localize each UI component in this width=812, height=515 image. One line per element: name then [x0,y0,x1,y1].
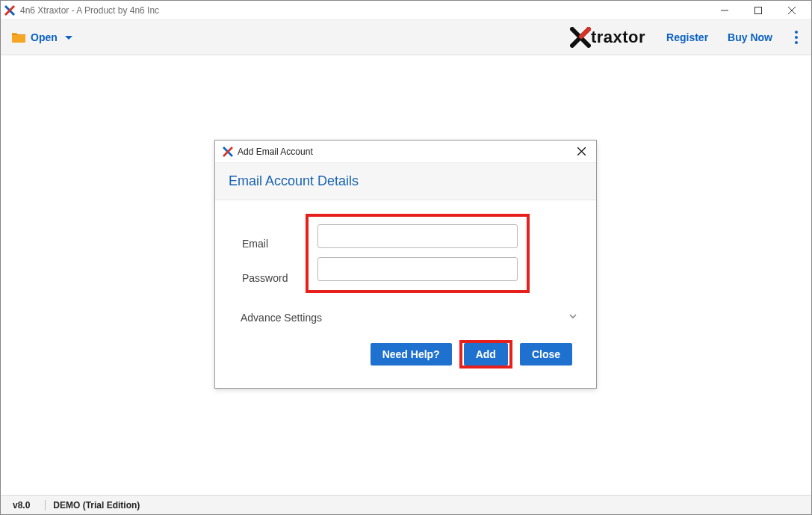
window-title: 4n6 Xtraxtor - A Product by 4n6 Inc [20,5,707,16]
close-button[interactable]: Close [520,343,572,366]
add-email-account-dialog: Add Email Account Email Account Details … [214,140,597,389]
minimize-button[interactable] [707,1,741,20]
dialog-titlebar: Add Email Account [215,141,596,163]
app-icon [4,4,16,16]
titlebar: 4n6 Xtraxtor - A Product by 4n6 Inc [1,1,811,20]
app-logo: traxtor [570,27,645,48]
close-window-button[interactable] [775,1,808,20]
window-controls [707,1,808,20]
password-field[interactable] [317,257,518,281]
need-help-button[interactable]: Need Help? [371,343,452,366]
add-button[interactable]: Add [464,343,508,366]
open-label: Open [31,31,58,43]
credentials-form: Email Password [229,214,583,293]
add-button-highlight: Add [459,340,512,368]
chevron-down-icon [568,311,578,324]
dialog-body: Email Password Advance Settings [215,200,596,388]
caret-down-icon [65,36,72,40]
advance-settings-toggle[interactable]: Advance Settings [229,297,583,337]
credentials-highlight [306,214,530,293]
folder-icon [11,31,26,45]
logo-text: traxtor [591,28,645,47]
register-link[interactable]: Register [666,31,708,43]
open-button[interactable]: Open [11,31,72,45]
status-bar: v8.0 DEMO (Trial Edition) [1,495,811,514]
dialog-icon [223,147,233,157]
status-separator [45,500,46,511]
buy-now-link[interactable]: Buy Now [728,31,772,43]
dialog-close-button[interactable] [574,144,589,159]
dialog-header: Email Account Details [215,163,596,200]
status-version: v8.0 [13,500,30,511]
dialog-footer: Need Help? Add Close [229,337,583,380]
maximize-button[interactable] [741,1,775,20]
email-label: Email [242,238,268,250]
status-edition: DEMO (Trial Edition) [53,500,140,511]
advance-settings-label: Advance Settings [241,312,322,324]
dialog-title: Add Email Account [238,147,574,157]
svg-rect-1 [754,7,761,13]
more-menu-button[interactable] [792,28,801,47]
logo-x-icon [570,27,591,48]
password-label: Password [242,272,288,284]
toolbar: Open traxtor Register Buy Now [1,20,811,55]
email-field[interactable] [317,224,518,248]
content-area: Add Email Account Email Account Details … [1,55,811,496]
